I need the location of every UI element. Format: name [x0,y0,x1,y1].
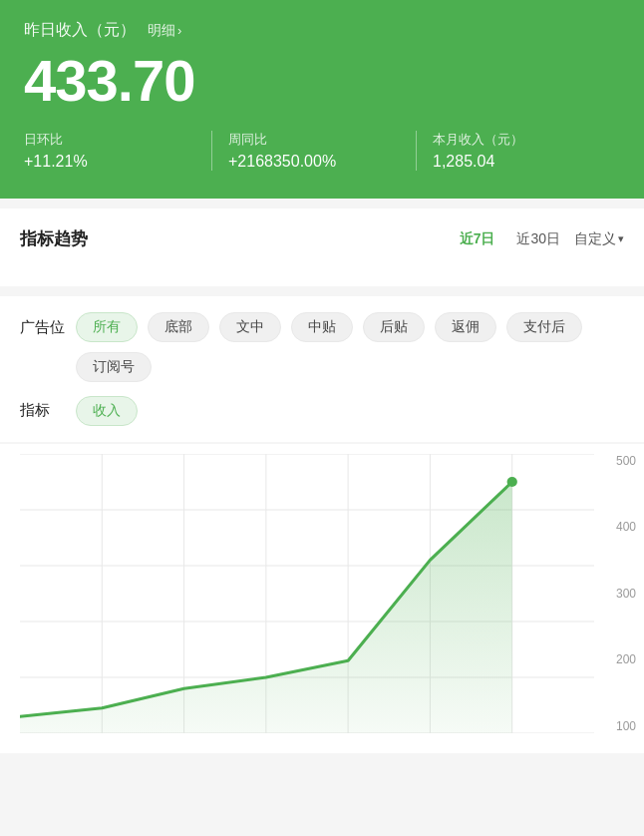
tag-inline[interactable]: 文中 [219,312,281,342]
chevron-down-icon: ▾ [618,232,624,245]
stat-value-weekly: +2168350.00% [228,153,400,171]
tag-postroll[interactable]: 后贴 [363,312,425,342]
stat-divider-2 [416,131,417,171]
chart-area [20,454,594,733]
trend-tabs: 近7日 近30日 自定义 ▾ [452,226,624,252]
y-label-500: 500 [598,454,636,468]
stat-divider-1 [211,131,212,171]
tag-subscription[interactable]: 订阅号 [76,352,152,382]
filter-section: 广告位 所有 底部 文中 中贴 后贴 返佣 支付后 订阅号 指标 收入 [0,296,644,442]
stat-item-monthly: 本月收入（元） 1,285.04 [433,131,620,171]
y-label-200: 200 [598,652,636,666]
trend-section: 指标趋势 近7日 近30日 自定义 ▾ [0,209,644,286]
tab-custom-label: 自定义 [574,230,616,248]
tag-rebate[interactable]: 返佣 [435,312,496,342]
tab-custom[interactable]: 自定义 ▾ [574,230,624,248]
tag-bottom[interactable]: 底部 [148,312,209,342]
chart-end-dot [507,477,517,487]
tag-midroll[interactable]: 中贴 [291,312,353,342]
main-amount: 433.70 [24,49,620,113]
stat-item-daily: 日环比 +11.21% [24,131,211,171]
stat-value-daily: +11.21% [24,153,195,171]
metric-row: 指标 收入 [20,396,624,426]
header-section: 昨日收入（元） 明细 › 433.70 日环比 +11.21% 周同比 +216… [0,0,644,199]
stat-label-monthly: 本月收入（元） [433,131,604,149]
detail-link[interactable]: 明细 › [148,22,181,40]
y-label-400: 400 [598,520,636,534]
header-top-row: 昨日收入（元） 明细 › [24,20,620,41]
chevron-right-icon: › [177,23,181,38]
chart-y-labels: 500 400 300 200 100 [598,454,636,733]
ad-position-label: 广告位 [20,312,76,337]
metric-tag-revenue[interactable]: 收入 [76,396,138,426]
trend-title: 指标趋势 [20,227,452,250]
stat-value-monthly: 1,285.04 [433,153,604,171]
y-label-300: 300 [598,587,636,601]
ad-position-row: 广告位 所有 底部 文中 中贴 后贴 返佣 支付后 订阅号 [20,312,624,382]
tag-all[interactable]: 所有 [76,312,138,342]
metric-label: 指标 [20,401,76,420]
ad-position-tags: 所有 底部 文中 中贴 后贴 返佣 支付后 订阅号 [76,312,624,382]
tab-7days[interactable]: 近7日 [452,226,503,252]
stat-label-daily: 日环比 [24,131,195,149]
chart-wrapper: 500 400 300 200 100 [20,454,644,733]
trend-header: 指标趋势 近7日 近30日 自定义 ▾ [20,226,624,252]
chart-section: 500 400 300 200 100 [0,444,644,753]
chart-svg [20,454,594,733]
y-label-100: 100 [598,719,636,733]
tab-30days[interactable]: 近30日 [508,226,568,252]
stats-row: 日环比 +11.21% 周同比 +2168350.00% 本月收入（元） 1,2… [24,131,620,171]
tag-postpay[interactable]: 支付后 [506,312,582,342]
detail-label: 明细 [148,22,175,40]
stat-item-weekly: 周同比 +2168350.00% [228,131,416,171]
stat-label-weekly: 周同比 [228,131,400,149]
header-title: 昨日收入（元） [24,20,136,41]
